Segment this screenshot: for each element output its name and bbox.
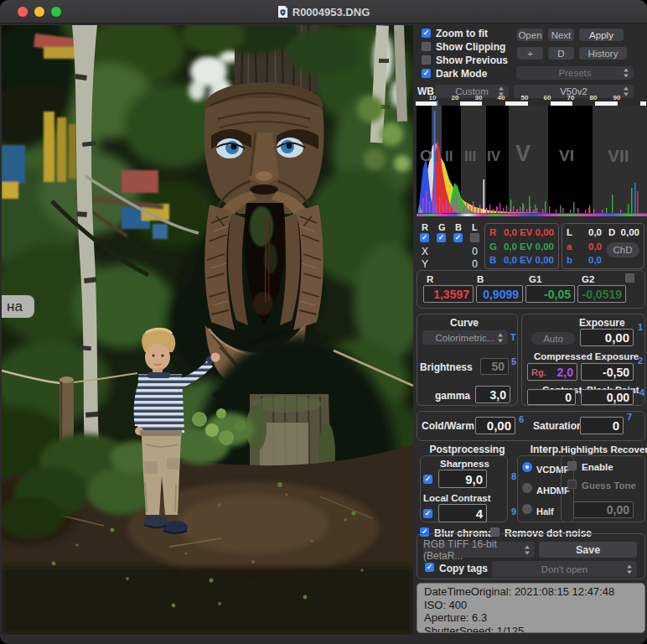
next-button[interactable]: Next xyxy=(548,29,574,41)
readout-l-label: L xyxy=(567,226,577,238)
zone-label-6: VI xyxy=(559,148,574,164)
show-clipping-checkbox[interactable] xyxy=(422,42,431,51)
open-behavior-dropdown[interactable]: Don't open xyxy=(492,561,637,577)
hint-1: 1 xyxy=(638,322,643,332)
apply-button[interactable]: Apply xyxy=(579,29,624,41)
curve-type-dropdown[interactable]: Colorimetric... xyxy=(422,330,508,345)
rg-field[interactable]: Rg. 2,0 xyxy=(527,363,577,381)
ruler-number: 50 xyxy=(518,94,531,101)
cold-warm-label: Cold/Warm xyxy=(422,421,474,431)
chevron-updown-icon xyxy=(624,69,629,78)
mult-b-field[interactable]: 0,9099 xyxy=(476,285,523,303)
mult-r-field[interactable]: 1,3597 xyxy=(423,285,474,303)
show-previous-label: Show Previous xyxy=(436,55,508,65)
local-contrast-label: Local Contrast xyxy=(423,493,491,503)
contrast-field[interactable]: 0 xyxy=(527,389,576,405)
sharpness-label: Sharpness xyxy=(440,459,489,469)
enable-checkbox[interactable] xyxy=(567,461,577,470)
copy-tags-label: Copy tags xyxy=(439,564,488,574)
local-contrast-checkbox[interactable]: ✓ xyxy=(423,509,432,518)
enable-label: Enable xyxy=(582,462,613,472)
exposure-field[interactable]: 0,00 xyxy=(580,329,634,346)
tooltip-label: на xyxy=(2,295,34,318)
ruler-number: 80 xyxy=(587,94,600,101)
presets-dropdown[interactable]: Presets xyxy=(516,66,634,80)
hint-7: 7 xyxy=(627,412,632,422)
zone-label-0: O xyxy=(420,148,432,164)
chevron-updown-icon xyxy=(624,87,629,96)
format-dropdown[interactable]: RGB TIFF 16-bit (BetaR... xyxy=(423,542,535,558)
radio-ahdmf[interactable] xyxy=(522,483,532,493)
black-point-field[interactable]: 0,00 xyxy=(581,389,634,405)
channel-b-checkbox[interactable]: ✓ xyxy=(453,233,463,242)
chd-button[interactable]: ChD xyxy=(606,242,639,257)
channel-l-checkbox[interactable] xyxy=(470,233,479,242)
sharpness-checkbox[interactable]: ✓ xyxy=(423,475,432,484)
dark-mode-label: Dark Mode xyxy=(436,69,487,79)
dark-mode-checkbox[interactable]: ✓ xyxy=(422,69,431,78)
mult-g2-field[interactable]: -0,0519 xyxy=(577,285,626,303)
chevron-updown-icon xyxy=(525,545,531,554)
readout-b-label: B xyxy=(489,254,501,266)
readout-d-label: D xyxy=(608,226,615,238)
x-label: X xyxy=(422,247,428,257)
history-button[interactable]: History xyxy=(579,47,627,60)
exif-aperture: Aperture: 6.3 xyxy=(424,611,644,625)
mult-b-label: B xyxy=(477,274,484,284)
brightness-field[interactable]: 50 xyxy=(480,358,509,375)
channel-r-label: R xyxy=(422,222,428,232)
show-clipping-label: Show Clipping xyxy=(436,42,505,52)
zone-label-1: I xyxy=(434,149,438,164)
compressed-exposure-field[interactable]: -0,50 xyxy=(581,363,634,381)
compressed-exposure-title: Compressed Exposure xyxy=(534,351,639,361)
readout-r-label: R xyxy=(489,226,501,238)
ruler-number: 30 xyxy=(472,94,485,101)
copy-tags-checkbox[interactable]: ✓ xyxy=(425,563,434,572)
photo-image xyxy=(2,25,413,635)
plus-button[interactable]: + xyxy=(517,47,543,60)
check-icon: ✓ xyxy=(422,29,431,38)
highlights-field[interactable]: 0,00 xyxy=(573,501,634,518)
postprocessing-title: Postprocessing xyxy=(423,444,511,454)
mult-r-label: R xyxy=(427,274,433,284)
mult-g1-field[interactable]: -0,05 xyxy=(525,285,575,303)
zoom-to-fit-checkbox[interactable]: ✓ xyxy=(422,29,431,38)
readout-b2-value: 0,0 xyxy=(577,254,602,266)
default-button[interactable]: D xyxy=(548,47,574,60)
open-button[interactable]: Open xyxy=(517,29,543,41)
check-icon: ✓ xyxy=(420,233,429,242)
cold-warm-field[interactable]: 0,00 xyxy=(475,417,515,434)
readout-d-value: 0,00 xyxy=(615,226,639,238)
channel-g-label: G xyxy=(438,222,446,232)
channel-g-checkbox[interactable]: ✓ xyxy=(437,233,446,242)
half-label: Half xyxy=(536,506,554,517)
zoom-to-fit-label: Zoom to fit xyxy=(436,29,488,39)
channel-l-label: L xyxy=(472,222,478,232)
readout-r-value: 0,0 EV 0,00 xyxy=(501,226,554,238)
channel-r-checkbox[interactable]: ✓ xyxy=(420,233,429,242)
histogram[interactable]: O I II III IV V VI VII xyxy=(417,106,647,216)
x-value: 0 xyxy=(465,247,478,257)
auto-exposure-button[interactable]: Auto xyxy=(531,332,575,345)
gamma-field[interactable]: 3,0 xyxy=(475,386,510,403)
sharpness-field[interactable]: 9,0 xyxy=(438,470,487,488)
check-icon: ✓ xyxy=(425,563,434,572)
save-button[interactable]: Save xyxy=(539,542,637,558)
saturation-field[interactable]: 0 xyxy=(580,417,624,434)
hint-9: 9 xyxy=(511,506,516,517)
show-previous-checkbox[interactable] xyxy=(422,55,431,65)
local-contrast-field[interactable]: 4 xyxy=(438,504,487,522)
radio-half[interactable] xyxy=(522,504,532,514)
gamma-label: gamma xyxy=(435,391,470,401)
radio-vcdmf[interactable] xyxy=(522,462,532,472)
mult-lock-checkbox[interactable] xyxy=(625,273,634,283)
photo-canvas[interactable]: на xyxy=(2,25,413,635)
ruler-number: 40 xyxy=(494,94,508,101)
check-icon: ✓ xyxy=(437,233,446,242)
curve-title: Curve xyxy=(450,318,479,328)
check-icon: ✓ xyxy=(422,69,431,78)
guess-tone-checkbox[interactable] xyxy=(567,480,577,489)
chevron-updown-icon xyxy=(498,333,504,342)
readout-a-label: a xyxy=(567,241,577,252)
exif-iso: ISO: 400 xyxy=(424,599,644,612)
